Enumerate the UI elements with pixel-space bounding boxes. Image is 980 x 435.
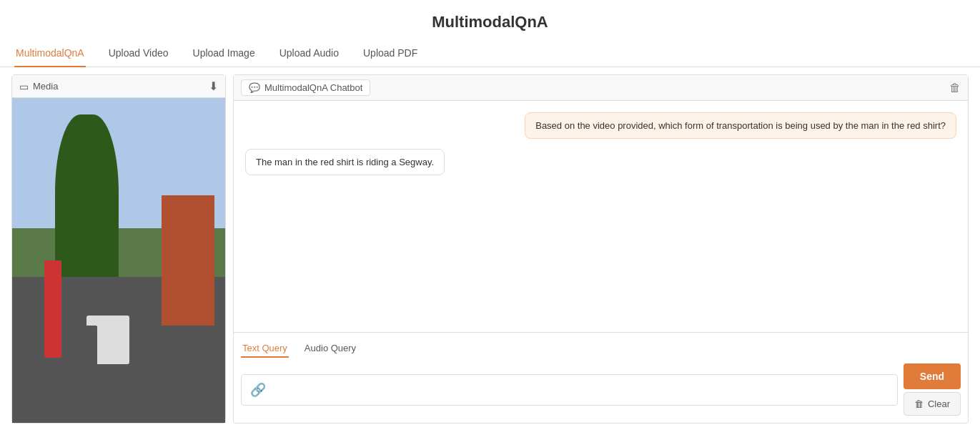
clear-trash-icon: 🗑	[914, 399, 924, 409]
clear-chat-icon[interactable]: 🗑	[949, 82, 961, 94]
text-query-input[interactable]	[266, 384, 889, 396]
right-panel: 💬 MultimodalQnA Chatbot 🗑 Based on the v…	[233, 74, 969, 424]
media-label-group: ▭ Media	[19, 81, 58, 92]
clear-label: Clear	[928, 399, 950, 409]
page-title: MultimodalQnA	[0, 0, 980, 40]
download-icon[interactable]: ⬇	[209, 79, 218, 93]
chat-area: Based on the video provided, which form …	[234, 101, 968, 332]
chatbot-tab: 💬 MultimodalQnA Chatbot	[241, 79, 370, 96]
query-area: Text Query Audio Query 🔗 Send 🗑 Clear	[234, 332, 968, 423]
media-icon: ▭	[19, 81, 29, 92]
tab-upload-image[interactable]: Upload Image	[192, 40, 257, 67]
user-message-1: Based on the video provided, which form …	[525, 112, 956, 139]
bot-message-1: The man in the red shirt is riding a Seg…	[245, 149, 445, 175]
right-panel-header: 💬 MultimodalQnA Chatbot 🗑	[234, 75, 968, 101]
chat-icon: 💬	[249, 82, 260, 93]
nav-tabs: MultimodalQnA Upload Video Upload Image …	[0, 40, 980, 67]
media-label: Media	[33, 81, 58, 92]
attach-icon[interactable]: 🔗	[250, 382, 266, 398]
scene-figure	[44, 260, 61, 358]
scene-segway	[80, 326, 97, 391]
query-tabs: Text Query Audio Query	[241, 340, 961, 358]
tab-multimodalqna[interactable]: MultimodalQnA	[14, 40, 86, 67]
main-layout: ▭ Media ⬇ 💬 MultimodalQnA Chatbot	[0, 67, 980, 431]
video-thumbnail	[12, 98, 225, 423]
tab-upload-audio[interactable]: Upload Audio	[278, 40, 340, 67]
scene-building	[162, 195, 215, 326]
send-button[interactable]: Send	[904, 363, 961, 389]
left-panel-header: ▭ Media ⬇	[12, 75, 225, 98]
chatbot-label: MultimodalQnA Chatbot	[264, 82, 362, 93]
clear-button[interactable]: 🗑 Clear	[904, 392, 961, 416]
media-content	[12, 98, 225, 423]
user-message-text-1: Based on the video provided, which form …	[535, 120, 946, 131]
query-input-box[interactable]: 🔗	[241, 374, 898, 406]
tab-upload-pdf[interactable]: Upload PDF	[362, 40, 419, 67]
query-input-row: 🔗 Send 🗑 Clear	[241, 363, 961, 416]
tab-text-query[interactable]: Text Query	[241, 340, 289, 358]
tab-upload-video[interactable]: Upload Video	[107, 40, 170, 67]
bot-message-text-1: The man in the red shirt is riding a Seg…	[256, 157, 434, 167]
tab-audio-query[interactable]: Audio Query	[303, 340, 357, 358]
action-buttons: Send 🗑 Clear	[904, 363, 961, 416]
left-panel: ▭ Media ⬇	[11, 74, 226, 424]
